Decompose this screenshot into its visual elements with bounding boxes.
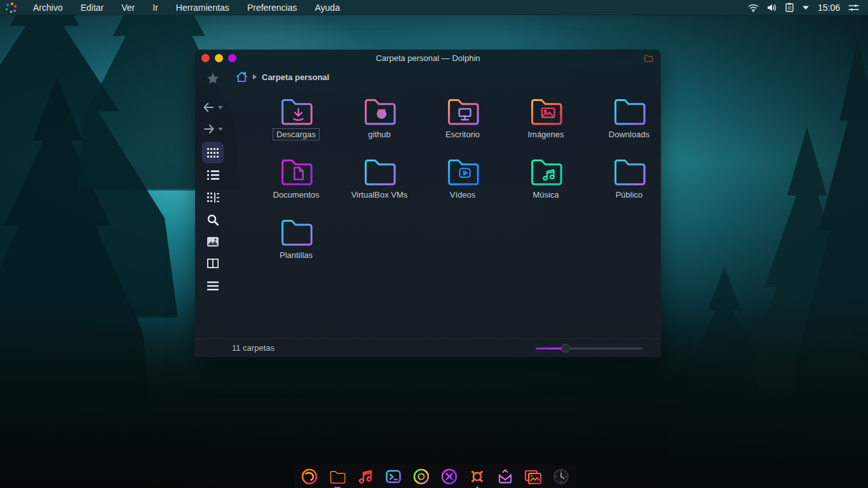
document-glyph [294,168,302,180]
dock [295,464,576,488]
folder-icon-downloads [611,95,648,126]
music-app-icon[interactable] [356,467,375,485]
folder-icon-github [361,95,398,126]
folder-label: Descargas [273,128,320,140]
video-play-glyph [460,168,470,177]
home-icon[interactable] [236,71,248,83]
folder-label: Música [529,189,562,201]
folder-label: VirtualBox VMs [348,189,412,201]
distro-dots-logo-icon[interactable] [5,2,18,13]
tweaks-icon[interactable] [848,3,859,12]
file-manager-icon[interactable] [329,467,347,485]
window-body: Carpeta personal Descargas [195,67,661,357]
folder-icon-videos [444,155,481,187]
sidebar-toolbar [195,67,231,357]
folder-label: Plantillas [276,249,316,261]
folder-icon-virtualbox [361,155,398,187]
folder-item-descargas[interactable]: Descargas [259,95,334,155]
folder-item-videos[interactable]: Vídeos [425,155,500,215]
forward-history-caret[interactable] [218,128,223,131]
terminal-icon[interactable] [384,467,403,485]
close-button[interactable] [201,54,210,62]
folder-icon-documentos [278,155,315,187]
folder-icon-plantillas [278,215,315,247]
back-history-caret[interactable] [218,106,223,109]
folder-label: Imágenes [524,128,567,140]
menu-herramientas[interactable]: Herramientas [167,0,238,15]
file-grid: Descargas github [231,88,661,338]
maximize-button[interactable] [228,54,236,62]
media-player-x-icon[interactable] [440,467,459,485]
settings-gear-icon[interactable] [468,467,487,485]
menu-editar[interactable]: Editar [72,0,113,15]
zoom-slider[interactable] [536,348,642,349]
folder-icon-musica [527,155,564,187]
folder-label: Documentos [269,189,323,201]
preview-icon[interactable] [195,237,231,247]
folder-item-escritorio[interactable]: Escritorio [425,95,500,155]
clipboard-icon[interactable] [785,3,794,12]
breadcrumb-location[interactable]: Carpeta personal [262,72,329,82]
compact-view-button[interactable] [195,193,231,203]
split-view-icon[interactable] [195,259,231,268]
forward-button[interactable] [195,124,231,134]
folder-label: Público [612,189,647,201]
folder-label: Downloads [605,128,653,140]
dolphin-window: Carpeta personal — Dolphin [195,50,661,357]
folder-count-label: 11 carpetas [195,343,275,353]
folder-item-musica[interactable]: Música [508,155,583,215]
caret-down-icon[interactable] [802,5,810,10]
search-icon[interactable] [195,214,231,226]
minimize-button[interactable] [215,54,223,62]
folder-item-documentos[interactable]: Documentos [259,155,334,215]
folder-icon-imagenes [527,95,564,126]
desktop: Archivo Editar Ver Ir Herramientas Prefe… [0,0,868,488]
folder-icon-descargas [278,95,315,126]
folder-item-plantillas[interactable]: Plantillas [259,215,334,276]
clock-app-icon[interactable] [552,467,571,485]
menu-hamburger-icon[interactable] [195,281,231,290]
menu-preferencias[interactable]: Preferencias [238,0,306,15]
volume-icon[interactable] [767,3,777,12]
menu-ver[interactable]: Ver [112,0,144,15]
menu-archivo[interactable]: Archivo [24,0,72,15]
zoom-slider-handle[interactable] [561,344,570,353]
folder-icon-escritorio [444,95,481,126]
status-bar: 11 carpetas [195,338,661,357]
monitor-glyph [459,109,471,119]
github-octocat-glyph [377,109,386,119]
icons-view-button[interactable] [202,142,224,163]
folder-item-virtualbox-vms[interactable]: VirtualBox VMs [342,155,417,215]
menu-ir[interactable]: Ir [144,0,167,15]
star-bookmark-icon[interactable] [195,72,231,85]
folder-item-publico[interactable]: Público [592,155,661,215]
folder-label: github [364,128,394,140]
back-button[interactable] [195,102,231,112]
list-view-button[interactable] [195,170,231,180]
folder-item-github[interactable]: github [342,95,417,155]
breadcrumb-separator [253,74,257,79]
titlebar[interactable]: Carpeta personal — Dolphin [195,50,661,67]
folder-icon-publico [611,155,648,187]
chrome-icon[interactable] [412,467,431,485]
image-glyph [542,108,555,117]
folder-item-imagenes[interactable]: Imágenes [508,95,583,155]
gallery-icon[interactable] [524,467,543,485]
global-menubar: Archivo Editar Ver Ir Herramientas Prefe… [0,0,868,15]
download-arrow-glyph [294,109,302,120]
breadcrumb: Carpeta personal [231,67,661,87]
firefox-icon[interactable] [301,467,319,485]
system-tray: 15:06 [748,3,868,13]
wifi-icon[interactable] [748,3,759,12]
mail-share-icon[interactable] [496,467,515,485]
music-note-glyph [543,170,553,180]
window-folder-icon [644,54,661,62]
folder-label: Vídeos [446,189,479,201]
clock[interactable]: 15:06 [818,3,840,13]
folder-label: Escritorio [442,128,484,140]
folder-item-downloads[interactable]: Downloads [592,95,661,155]
menu-ayuda[interactable]: Ayuda [306,0,348,15]
window-title: Carpeta personal — Dolphin [195,53,661,63]
